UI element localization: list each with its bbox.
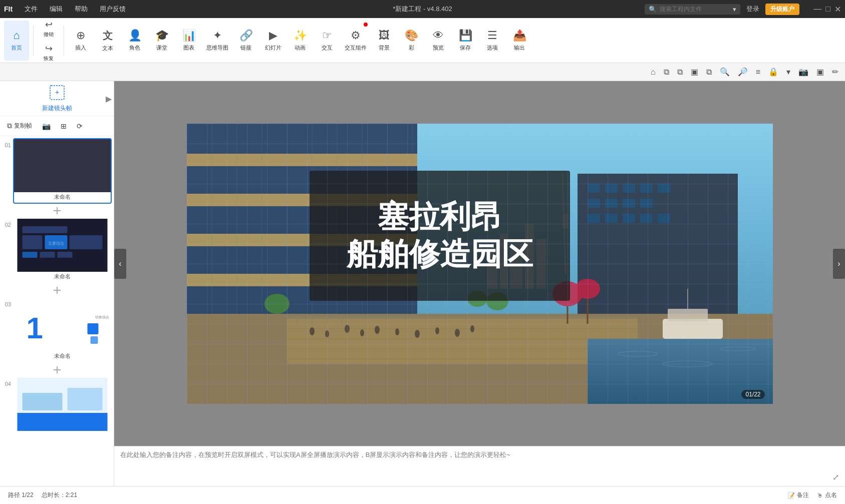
svg-rect-70 xyxy=(640,214,653,223)
notes-button[interactable]: 📝 备注 xyxy=(787,491,809,499)
svg-point-103 xyxy=(470,325,474,332)
toolbar-link[interactable]: 🔗 链接 xyxy=(233,21,258,61)
svg-text:五要综合: 五要综合 xyxy=(48,241,64,246)
canvas-area: 塞拉利昂 船舶修造园区 01/22 ‹ › ⤢ xyxy=(114,81,845,486)
svg-rect-66 xyxy=(640,199,653,208)
camera-button[interactable]: 📷 xyxy=(39,121,54,132)
click-button[interactable]: 🖱 点名 xyxy=(817,491,837,499)
slide-title-line1: 塞拉利昂 xyxy=(378,198,502,235)
mindmap-icon: ✦ xyxy=(213,29,222,42)
t2-paste-btn[interactable]: ⧉ xyxy=(675,66,685,78)
toolbar-home[interactable]: ⌂ 首页 xyxy=(4,21,29,61)
upgrade-button[interactable]: 升级账户 xyxy=(765,4,799,15)
duration-indicator: 总时长：2:21 xyxy=(42,491,77,499)
toolbar-slideshow[interactable]: ▶ 幻灯片 xyxy=(260,21,286,61)
svg-rect-25 xyxy=(91,336,98,344)
export-icon: 📤 xyxy=(513,29,526,42)
minimize-button[interactable]: — xyxy=(813,5,821,14)
t2-chevron-btn[interactable]: ▾ xyxy=(784,66,793,78)
t2-group-btn[interactable]: ▣ xyxy=(688,66,701,78)
class-icon: 🎓 xyxy=(155,29,169,42)
copy-frame-button[interactable]: ⧉ 复制帧 xyxy=(4,120,35,132)
t2-frame-btn[interactable]: ▣ xyxy=(814,66,826,78)
toolbar-background[interactable]: 🖼 背景 xyxy=(372,21,397,61)
search-input[interactable] xyxy=(660,6,730,13)
slide-item-2[interactable]: 五要综合 未命名 xyxy=(13,218,112,283)
new-frame-label: 新建镜头帧 xyxy=(42,104,72,113)
canvas-next-button[interactable]: › xyxy=(833,249,845,279)
menu-help[interactable]: 帮助 xyxy=(73,4,90,15)
svg-point-100 xyxy=(415,330,420,338)
redo-icon: ↪ xyxy=(45,43,53,54)
login-button[interactable]: 登录 xyxy=(746,5,759,14)
toolbar-redo[interactable]: ↪ 恢复 xyxy=(38,41,60,64)
toolbar-enhance[interactable]: 🎨 彩 xyxy=(399,21,424,61)
svg-rect-59 xyxy=(605,184,618,193)
toolbar-insert[interactable]: ⊕ 插入 xyxy=(68,21,93,61)
toolbar-mindmap[interactable]: ✦ 思维导图 xyxy=(203,21,231,61)
t2-copy-btn[interactable]: ⧉ xyxy=(661,66,672,78)
maximize-button[interactable]: □ xyxy=(825,5,830,14)
slide-item-4[interactable] xyxy=(13,377,112,435)
insert-icon: ⊕ xyxy=(76,29,85,42)
toolbar-chart[interactable]: 📊 图表 xyxy=(176,21,201,61)
slide-list: 01 xyxy=(0,136,114,486)
toolbar-undo[interactable]: ↩ 撤销 xyxy=(38,17,60,40)
svg-rect-58 xyxy=(588,184,600,193)
toolbar-export[interactable]: 📤 输出 xyxy=(507,21,532,61)
svg-text:+: + xyxy=(55,88,59,96)
menu-file[interactable]: 文件 xyxy=(23,4,40,15)
search-box[interactable]: 🔍 ▾ xyxy=(645,4,740,15)
canvas-wrapper[interactable]: 塞拉利昂 船舶修造园区 01/22 ‹ › xyxy=(114,81,845,446)
window-title: *新建工程 - v4.8.402 xyxy=(393,5,452,14)
svg-rect-73 xyxy=(287,319,638,364)
slide-num-4: 04 xyxy=(2,381,11,387)
preview-icon: 👁 xyxy=(433,29,444,42)
svg-rect-15 xyxy=(70,235,103,249)
rotate-button[interactable]: ⟳ xyxy=(74,121,86,132)
toolbar-role[interactable]: 👤 角色 xyxy=(122,21,147,61)
slide-add-3 xyxy=(2,365,112,377)
t2-edit-btn[interactable]: ✏ xyxy=(829,66,841,78)
toolbar-class[interactable]: 🎓 课堂 xyxy=(149,21,174,61)
t2-lock-btn[interactable]: 🔒 xyxy=(766,66,781,78)
svg-rect-24 xyxy=(88,323,99,334)
svg-rect-67 xyxy=(588,214,600,223)
menu-feedback[interactable]: 用户反馈 xyxy=(98,4,128,15)
toolbar-options[interactable]: ☰ 选项 xyxy=(480,21,505,61)
toolbar-animation[interactable]: ✨ 动画 xyxy=(288,21,313,61)
t2-zoom-in-btn[interactable]: 🔍 xyxy=(717,66,732,78)
t2-zoom-out-btn[interactable]: 🔎 xyxy=(735,66,750,78)
sidebar-collapse-button[interactable]: ▶ xyxy=(106,94,112,103)
notes-icon: 📝 xyxy=(787,492,795,499)
close-button[interactable]: ✕ xyxy=(834,5,841,14)
notes-textarea[interactable] xyxy=(120,450,839,482)
menu-edit[interactable]: 编辑 xyxy=(48,4,65,15)
canvas-prev-button[interactable]: ‹ xyxy=(114,249,126,279)
interact-icon: ☞ xyxy=(322,29,332,42)
toolbar-save[interactable]: 💾 保存 xyxy=(453,21,478,61)
new-frame-button[interactable]: + 新建镜头帧 xyxy=(42,85,72,113)
slide-item-1[interactable]: 塞拉利昂 船舶修造园区 未命名 xyxy=(13,138,112,204)
crop-button[interactable]: ⊞ xyxy=(58,121,70,132)
t2-camera-btn[interactable]: 📷 xyxy=(796,66,811,78)
notes-area: ⤢ xyxy=(114,446,845,486)
toolbar-text[interactable]: 文 文本 xyxy=(95,21,120,61)
enhance-icon: 🎨 xyxy=(405,29,418,42)
notes-expand-button[interactable]: ⤢ xyxy=(832,472,839,482)
svg-rect-43 xyxy=(187,154,417,166)
svg-point-96 xyxy=(345,325,350,333)
toolbar-interact[interactable]: ☞ 交互 xyxy=(315,21,340,61)
t2-home-btn[interactable]: ⌂ xyxy=(648,66,658,78)
svg-rect-28 xyxy=(57,366,58,373)
svg-rect-71 xyxy=(658,214,670,223)
text-icon: 文 xyxy=(103,29,113,43)
t2-layer-btn[interactable]: ⧉ xyxy=(704,66,714,78)
slide-add-2 xyxy=(2,285,112,297)
svg-text:塞拉利昂: 塞拉利昂 xyxy=(54,161,72,166)
slide-title-3: 未命名 xyxy=(14,351,111,362)
slide-item-3[interactable]: 1 切换场合 未命名 xyxy=(13,297,112,363)
toolbar-preview[interactable]: 👁 预览 xyxy=(426,21,451,61)
toolbar-widget[interactable]: ⚙ 交互组件 xyxy=(342,21,370,61)
t2-align-btn[interactable]: ≡ xyxy=(753,66,763,78)
